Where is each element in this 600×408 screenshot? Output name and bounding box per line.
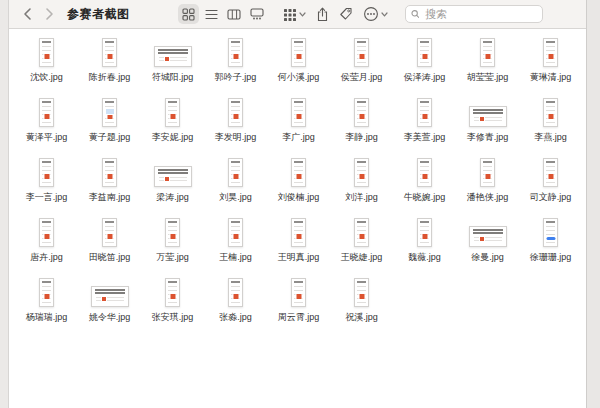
file-item[interactable]: 张淼.jpg xyxy=(204,276,267,336)
search-input[interactable] xyxy=(423,7,536,21)
red-stamp-mark xyxy=(44,294,49,299)
file-thumbnail[interactable] xyxy=(228,218,243,247)
file-thumbnail[interactable] xyxy=(291,218,306,247)
file-item[interactable]: 王明真.jpg xyxy=(267,216,330,276)
file-item[interactable]: 李广.jpg xyxy=(267,96,330,156)
file-item[interactable]: 牛晓婉.jpg xyxy=(393,156,456,216)
file-thumbnail[interactable] xyxy=(154,46,192,67)
grouping-button[interactable] xyxy=(280,4,309,24)
file-item[interactable]: 李美萱.jpg xyxy=(393,96,456,156)
file-thumbnail[interactable] xyxy=(469,226,507,247)
file-item[interactable]: 徐珊珊.jpg xyxy=(519,216,582,276)
file-item[interactable]: 李一言.jpg xyxy=(15,156,78,216)
file-thumbnail[interactable] xyxy=(165,218,180,247)
file-item[interactable]: 李修青.jpg xyxy=(456,96,519,156)
search-field[interactable] xyxy=(405,5,543,23)
file-item[interactable]: 陈折春.jpg xyxy=(78,36,141,96)
file-thumbnail[interactable] xyxy=(39,158,54,187)
file-thumbnail[interactable] xyxy=(354,278,369,307)
file-item[interactable]: 姚令华.jpg xyxy=(78,276,141,336)
file-thumbnail[interactable] xyxy=(291,278,306,307)
view-grid-button[interactable] xyxy=(178,4,199,24)
file-item[interactable]: 万莹.jpg xyxy=(141,216,204,276)
file-item[interactable]: 黄子题.jpg xyxy=(78,96,141,156)
file-item[interactable]: 刘俊楠.jpg xyxy=(267,156,330,216)
file-thumbnail[interactable] xyxy=(417,38,432,67)
file-thumbnail[interactable] xyxy=(354,98,369,127)
file-thumbnail[interactable] xyxy=(543,98,558,127)
file-item[interactable]: 魏薇.jpg xyxy=(393,216,456,276)
file-item[interactable]: 唐卉.jpg xyxy=(15,216,78,276)
file-item[interactable]: 王晓婕.jpg xyxy=(330,216,393,276)
file-item[interactable]: 张安琪.jpg xyxy=(141,276,204,336)
file-thumbnail[interactable] xyxy=(91,286,129,307)
file-item[interactable]: 王楠.jpg xyxy=(204,216,267,276)
file-thumbnail[interactable] xyxy=(543,218,558,247)
file-item[interactable]: 祝溪.jpg xyxy=(330,276,393,336)
red-stamp-mark xyxy=(107,174,112,179)
file-thumbnail[interactable] xyxy=(165,278,180,307)
file-item[interactable]: 李发明.jpg xyxy=(204,96,267,156)
file-item[interactable]: 徐曼.jpg xyxy=(456,216,519,276)
file-thumbnail[interactable] xyxy=(417,158,432,187)
file-item[interactable]: 符城阳.jpg xyxy=(141,36,204,96)
file-thumbnail[interactable] xyxy=(39,218,54,247)
file-thumbnail[interactable] xyxy=(291,98,306,127)
file-thumbnail[interactable] xyxy=(39,278,54,307)
view-list-button[interactable] xyxy=(201,4,222,24)
file-thumbnail[interactable] xyxy=(102,98,117,127)
file-thumbnail[interactable] xyxy=(102,38,117,67)
file-thumbnail[interactable] xyxy=(291,158,306,187)
file-thumbnail[interactable] xyxy=(417,218,432,247)
more-actions-button[interactable] xyxy=(360,4,391,24)
file-thumbnail[interactable] xyxy=(469,106,507,127)
red-stamp-mark xyxy=(170,234,175,239)
file-thumbnail[interactable] xyxy=(228,38,243,67)
file-item[interactable]: 李安妮.jpg xyxy=(141,96,204,156)
file-thumbnail[interactable] xyxy=(228,158,243,187)
file-item[interactable]: 黄琳清.jpg xyxy=(519,36,582,96)
file-thumbnail[interactable] xyxy=(354,218,369,247)
file-item[interactable]: 何小溪.jpg xyxy=(267,36,330,96)
file-item[interactable]: 侯莹月.jpg xyxy=(330,36,393,96)
thumbnail-text-lines xyxy=(159,177,187,183)
file-item[interactable]: 杨瑞瑞.jpg xyxy=(15,276,78,336)
file-item[interactable]: 黄泽平.jpg xyxy=(15,96,78,156)
forward-button[interactable] xyxy=(41,5,57,23)
file-item[interactable]: 田晓笛.jpg xyxy=(78,216,141,276)
view-columns-button[interactable] xyxy=(224,4,245,24)
file-thumbnail[interactable] xyxy=(354,38,369,67)
file-thumbnail[interactable] xyxy=(154,166,192,187)
file-thumbnail[interactable] xyxy=(39,38,54,67)
view-gallery-button[interactable] xyxy=(247,4,268,24)
file-thumbnail[interactable] xyxy=(543,38,558,67)
file-thumbnail[interactable] xyxy=(543,158,558,187)
tag-button[interactable] xyxy=(336,4,356,24)
file-thumbnail[interactable] xyxy=(417,98,432,127)
file-thumbnail[interactable] xyxy=(228,278,243,307)
file-thumbnail[interactable] xyxy=(480,38,495,67)
file-item[interactable]: 梁涛.jpg xyxy=(141,156,204,216)
file-item[interactable]: 侯泽涛.jpg xyxy=(393,36,456,96)
file-item[interactable]: 沈饮.jpg xyxy=(15,36,78,96)
file-item[interactable]: 周云霄.jpg xyxy=(267,276,330,336)
file-item[interactable]: 刘昊.jpg xyxy=(204,156,267,216)
file-thumbnail[interactable] xyxy=(228,98,243,127)
file-item[interactable]: 潘艳侠.jpg xyxy=(456,156,519,216)
file-thumbnail[interactable] xyxy=(102,218,117,247)
file-item[interactable]: 刘洋.jpg xyxy=(330,156,393,216)
file-thumbnail[interactable] xyxy=(165,98,180,127)
file-item[interactable]: 司文静.jpg xyxy=(519,156,582,216)
file-item[interactable]: 李静.jpg xyxy=(330,96,393,156)
file-item[interactable]: 李益南.jpg xyxy=(78,156,141,216)
file-thumbnail[interactable] xyxy=(291,38,306,67)
file-thumbnail[interactable] xyxy=(102,158,117,187)
file-item[interactable]: 郭吟子.jpg xyxy=(204,36,267,96)
file-item[interactable]: 李燕.jpg xyxy=(519,96,582,156)
file-item[interactable]: 胡莹莹.jpg xyxy=(456,36,519,96)
file-thumbnail[interactable] xyxy=(480,158,495,187)
file-thumbnail[interactable] xyxy=(39,98,54,127)
file-thumbnail[interactable] xyxy=(354,158,369,187)
back-button[interactable] xyxy=(19,5,35,23)
share-button[interactable] xyxy=(313,4,332,24)
